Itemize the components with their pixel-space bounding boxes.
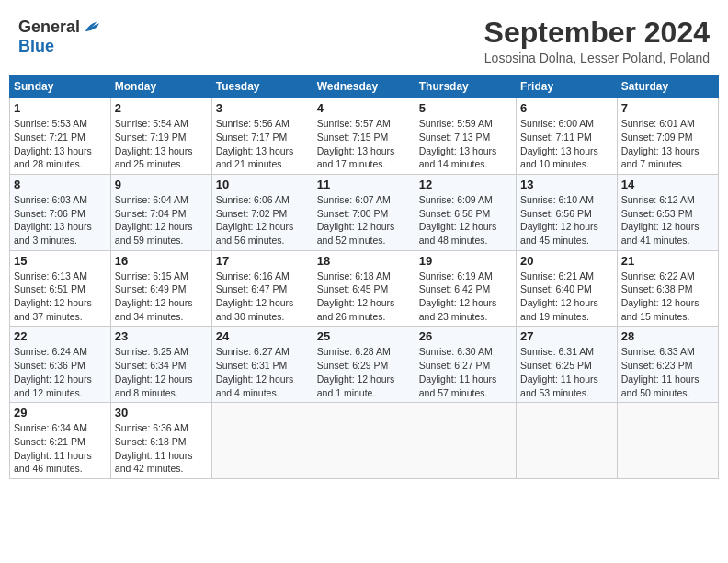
day-header-tuesday: Tuesday <box>211 75 313 98</box>
day-number: 6 <box>520 101 613 115</box>
calendar-cell: 2Sunrise: 5:54 AM Sunset: 7:19 PM Daylig… <box>110 98 211 175</box>
calendar-cell: 30Sunrise: 6:36 AM Sunset: 6:18 PM Dayli… <box>110 403 211 479</box>
page-header: General Blue September 2024 Lososina Dol… <box>9 9 719 69</box>
day-info-text: Sunrise: 5:57 AM Sunset: 7:15 PM Dayligh… <box>317 117 411 171</box>
day-number: 24 <box>216 329 309 343</box>
day-number: 16 <box>115 254 208 268</box>
calendar-cell: 14Sunrise: 6:12 AM Sunset: 6:53 PM Dayli… <box>617 174 718 250</box>
day-number: 10 <box>216 178 309 191</box>
day-number: 7 <box>621 101 714 115</box>
day-info-text: Sunrise: 6:01 AM Sunset: 7:09 PM Dayligh… <box>621 117 714 171</box>
calendar-cell: 21Sunrise: 6:22 AM Sunset: 6:38 PM Dayli… <box>617 250 718 327</box>
day-number: 5 <box>419 101 512 115</box>
day-number: 13 <box>520 178 613 191</box>
day-header-monday: Monday <box>110 75 211 98</box>
day-number: 29 <box>14 406 107 419</box>
logo-general-text: General <box>18 17 80 37</box>
calendar-week-row: 22Sunrise: 6:24 AM Sunset: 6:36 PM Dayli… <box>10 327 719 403</box>
day-info-text: Sunrise: 6:12 AM Sunset: 6:53 PM Dayligh… <box>621 193 714 247</box>
calendar-cell: 7Sunrise: 6:01 AM Sunset: 7:09 PM Daylig… <box>617 98 718 175</box>
day-number: 27 <box>520 329 613 343</box>
day-info-text: Sunrise: 5:59 AM Sunset: 7:13 PM Dayligh… <box>419 117 512 171</box>
day-info-text: Sunrise: 6:28 AM Sunset: 6:29 PM Dayligh… <box>317 345 411 399</box>
calendar-cell: 16Sunrise: 6:15 AM Sunset: 6:49 PM Dayli… <box>110 250 211 327</box>
calendar-cell: 27Sunrise: 6:31 AM Sunset: 6:25 PM Dayli… <box>517 327 618 403</box>
day-number: 9 <box>115 178 208 191</box>
day-number: 8 <box>14 178 107 191</box>
day-info-text: Sunrise: 6:30 AM Sunset: 6:27 PM Dayligh… <box>419 345 512 399</box>
day-info-text: Sunrise: 6:00 AM Sunset: 7:11 PM Dayligh… <box>520 117 613 171</box>
calendar-cell: 9Sunrise: 6:04 AM Sunset: 7:04 PM Daylig… <box>110 174 211 250</box>
calendar-week-row: 1Sunrise: 5:53 AM Sunset: 7:21 PM Daylig… <box>10 98 719 175</box>
day-info-text: Sunrise: 6:22 AM Sunset: 6:38 PM Dayligh… <box>621 270 714 324</box>
day-info-text: Sunrise: 6:18 AM Sunset: 6:45 PM Dayligh… <box>317 270 411 324</box>
calendar-cell: 11Sunrise: 6:07 AM Sunset: 7:00 PM Dayli… <box>313 174 415 250</box>
calendar-cell <box>617 403 718 479</box>
calendar-cell: 20Sunrise: 6:21 AM Sunset: 6:40 PM Dayli… <box>517 250 618 327</box>
day-info-text: Sunrise: 6:25 AM Sunset: 6:34 PM Dayligh… <box>115 345 208 399</box>
day-number: 19 <box>419 254 512 268</box>
day-number: 25 <box>317 329 411 343</box>
calendar-cell: 22Sunrise: 6:24 AM Sunset: 6:36 PM Dayli… <box>10 327 111 403</box>
day-number: 11 <box>317 178 411 191</box>
calendar-cell <box>313 403 415 479</box>
calendar-cell: 12Sunrise: 6:09 AM Sunset: 6:58 PM Dayli… <box>415 174 516 250</box>
day-number: 2 <box>115 101 208 115</box>
calendar-cell: 19Sunrise: 6:19 AM Sunset: 6:42 PM Dayli… <box>415 250 516 327</box>
day-number: 12 <box>419 178 512 191</box>
day-info-text: Sunrise: 6:07 AM Sunset: 7:00 PM Dayligh… <box>317 193 411 247</box>
day-number: 4 <box>317 101 411 115</box>
day-info-text: Sunrise: 5:56 AM Sunset: 7:17 PM Dayligh… <box>216 117 309 171</box>
calendar-week-row: 15Sunrise: 6:13 AM Sunset: 6:51 PM Dayli… <box>10 250 719 327</box>
day-header-thursday: Thursday <box>415 75 516 98</box>
day-info-text: Sunrise: 5:53 AM Sunset: 7:21 PM Dayligh… <box>14 117 107 171</box>
calendar-cell: 6Sunrise: 6:00 AM Sunset: 7:11 PM Daylig… <box>517 98 618 175</box>
calendar-cell <box>415 403 516 479</box>
calendar-week-row: 8Sunrise: 6:03 AM Sunset: 7:06 PM Daylig… <box>10 174 719 250</box>
location-text: Lososina Dolna, Lesser Poland, Poland <box>484 51 710 65</box>
calendar-cell: 3Sunrise: 5:56 AM Sunset: 7:17 PM Daylig… <box>211 98 313 175</box>
day-header-wednesday: Wednesday <box>313 75 415 98</box>
day-info-text: Sunrise: 6:03 AM Sunset: 7:06 PM Dayligh… <box>14 193 107 247</box>
day-header-saturday: Saturday <box>617 75 718 98</box>
calendar-cell: 25Sunrise: 6:28 AM Sunset: 6:29 PM Dayli… <box>313 327 415 403</box>
calendar-week-row: 29Sunrise: 6:34 AM Sunset: 6:21 PM Dayli… <box>10 403 719 479</box>
day-number: 30 <box>115 406 208 419</box>
calendar-cell: 18Sunrise: 6:18 AM Sunset: 6:45 PM Dayli… <box>313 250 415 327</box>
day-info-text: Sunrise: 6:33 AM Sunset: 6:23 PM Dayligh… <box>621 345 714 399</box>
calendar-cell: 10Sunrise: 6:06 AM Sunset: 7:02 PM Dayli… <box>211 174 313 250</box>
day-header-friday: Friday <box>517 75 618 98</box>
day-info-text: Sunrise: 6:21 AM Sunset: 6:40 PM Dayligh… <box>520 270 613 324</box>
day-info-text: Sunrise: 6:16 AM Sunset: 6:47 PM Dayligh… <box>216 270 309 324</box>
calendar-cell: 1Sunrise: 5:53 AM Sunset: 7:21 PM Daylig… <box>10 98 111 175</box>
title-section: September 2024 Lososina Dolna, Lesser Po… <box>484 17 710 65</box>
calendar-header-row: SundayMondayTuesdayWednesdayThursdayFrid… <box>10 75 719 98</box>
logo-blue-text: Blue <box>18 37 54 56</box>
day-info-text: Sunrise: 6:36 AM Sunset: 6:18 PM Dayligh… <box>115 421 208 476</box>
day-info-text: Sunrise: 6:34 AM Sunset: 6:21 PM Dayligh… <box>14 421 107 476</box>
calendar-cell: 15Sunrise: 6:13 AM Sunset: 6:51 PM Dayli… <box>10 250 111 327</box>
day-info-text: Sunrise: 6:04 AM Sunset: 7:04 PM Dayligh… <box>115 193 208 247</box>
calendar-cell <box>211 403 313 479</box>
day-number: 3 <box>216 101 309 115</box>
day-number: 22 <box>14 329 107 343</box>
calendar-cell: 24Sunrise: 6:27 AM Sunset: 6:31 PM Dayli… <box>211 327 313 403</box>
day-info-text: Sunrise: 5:54 AM Sunset: 7:19 PM Dayligh… <box>115 117 208 171</box>
calendar-cell: 8Sunrise: 6:03 AM Sunset: 7:06 PM Daylig… <box>10 174 111 250</box>
logo: General Blue <box>18 17 102 56</box>
calendar-cell: 29Sunrise: 6:34 AM Sunset: 6:21 PM Dayli… <box>10 403 111 479</box>
logo-bird-icon <box>82 17 102 37</box>
day-info-text: Sunrise: 6:27 AM Sunset: 6:31 PM Dayligh… <box>216 345 309 399</box>
calendar-cell <box>517 403 618 479</box>
month-title: September 2024 <box>484 17 710 49</box>
day-info-text: Sunrise: 6:09 AM Sunset: 6:58 PM Dayligh… <box>419 193 512 247</box>
day-number: 23 <box>115 329 208 343</box>
calendar-cell: 13Sunrise: 6:10 AM Sunset: 6:56 PM Dayli… <box>517 174 618 250</box>
day-number: 21 <box>621 254 714 268</box>
day-number: 18 <box>317 254 411 268</box>
day-number: 26 <box>419 329 512 343</box>
day-number: 28 <box>621 329 714 343</box>
calendar-table: SundayMondayTuesdayWednesdayThursdayFrid… <box>9 75 719 479</box>
calendar-cell: 23Sunrise: 6:25 AM Sunset: 6:34 PM Dayli… <box>110 327 211 403</box>
day-number: 14 <box>621 178 714 191</box>
